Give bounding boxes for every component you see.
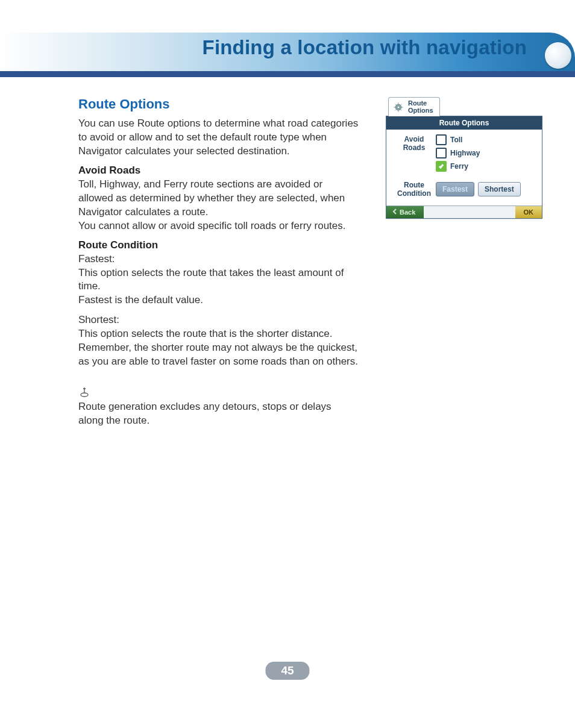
checkbox-unchecked-icon (436, 148, 447, 158)
checkbox-checked-icon (436, 161, 447, 172)
highway-checkbox-row[interactable]: Highway (436, 148, 536, 158)
footer-spacer (424, 206, 515, 218)
shortest-paragraph: This option selects the route that is th… (78, 327, 359, 369)
fastest-paragraph-2: Fastest is the default value. (78, 293, 359, 307)
chevron-left-icon (392, 209, 397, 216)
ferry-label: Ferry (450, 162, 468, 171)
screenshot-titlebar: Route Options (386, 116, 542, 130)
toll-checkbox-row[interactable]: Toll (436, 134, 536, 145)
ferry-checkbox-row[interactable]: Ferry (436, 161, 536, 172)
header-ornament (545, 42, 571, 69)
fastest-label: Fastest: (78, 253, 359, 266)
intro-paragraph: You can use Route options to determine w… (78, 117, 359, 158)
section-heading: Route Options (78, 96, 359, 112)
highway-label: Highway (450, 149, 480, 157)
svg-point-0 (81, 393, 88, 397)
back-button[interactable]: Back (386, 206, 424, 218)
route-options-screenshot: Route Options Avoid Roads Toll Highway (386, 116, 542, 219)
avoid-roads-label: Avoid Roads (392, 134, 436, 152)
note-paragraph: Route generation excludes any detours, s… (78, 400, 359, 428)
route-condition-label: Route Condition (392, 180, 436, 198)
svg-point-2 (397, 106, 400, 108)
screenshot-column: Route Options Route Options Avoid Roads … (386, 96, 542, 219)
page-number: 45 (265, 662, 309, 680)
checkbox-unchecked-icon (436, 134, 447, 145)
fastest-paragraph-1: This option selects the route that takes… (78, 266, 359, 294)
avoid-roads-paragraph-1: Toll, Highway, and Ferry route sections … (78, 178, 359, 219)
avoid-roads-paragraph-2: You cannot allow or avoid specific toll … (78, 219, 359, 233)
screenshot-tab: Route Options (388, 97, 440, 116)
fastest-button[interactable]: Fastest (436, 182, 474, 196)
header-rule (0, 71, 575, 77)
page-header: Finding a location with navigation (0, 0, 575, 78)
note-icon (78, 386, 90, 398)
avoid-roads-heading: Avoid Roads (78, 165, 359, 177)
toll-label: Toll (450, 136, 462, 144)
shortest-button[interactable]: Shortest (478, 182, 521, 196)
chapter-title: Finding a location with navigation (203, 36, 527, 59)
route-condition-heading: Route Condition (78, 239, 359, 251)
body-text-column: Route Options You can use Route options … (78, 96, 359, 434)
tab-line1: Route (408, 99, 427, 107)
ok-button[interactable]: OK (515, 206, 542, 218)
gear-icon (392, 101, 404, 113)
tab-line2: Options (408, 107, 433, 114)
back-label: Back (400, 209, 415, 216)
screenshot-tab-label: Route Options (408, 100, 433, 114)
shortest-label: Shortest: (78, 313, 359, 327)
